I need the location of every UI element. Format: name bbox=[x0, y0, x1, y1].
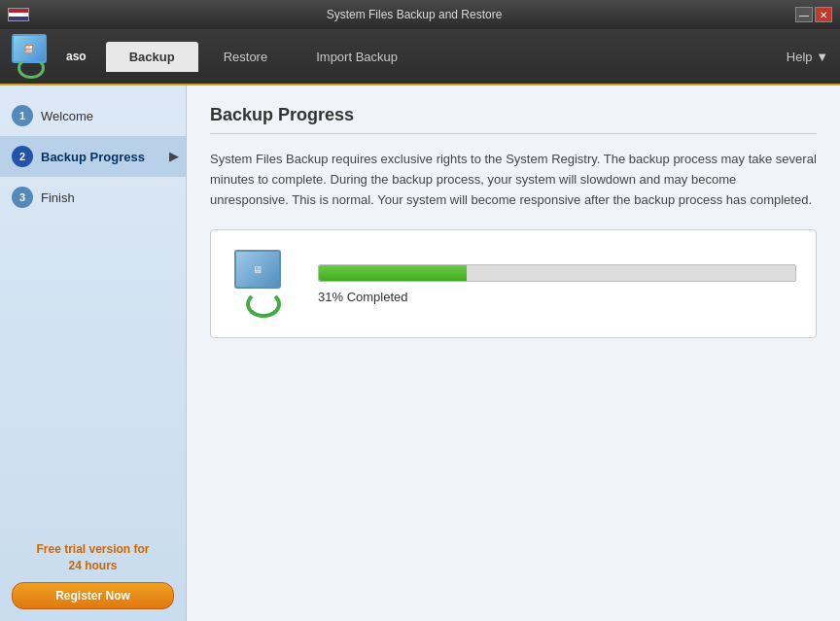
help-button[interactable]: Help ▼ bbox=[775, 46, 840, 68]
sidebar-item-finish[interactable]: 3 Finish bbox=[0, 177, 186, 218]
sidebar-number-2: 2 bbox=[12, 146, 33, 167]
backup-icon: 🖥 bbox=[230, 250, 298, 318]
sidebar-arrow-icon: ▶ bbox=[169, 150, 178, 163]
app-header: 🪟 aso Backup Restore Import Backup Help … bbox=[0, 29, 840, 86]
app-title: System Files Backup and Restore bbox=[33, 8, 795, 21]
tab-backup[interactable]: Backup bbox=[106, 42, 198, 72]
progress-bar-container bbox=[318, 264, 796, 282]
sidebar-label-welcome: Welcome bbox=[41, 109, 93, 123]
sidebar-number-1: 1 bbox=[12, 105, 33, 126]
nav-tabs: Backup Restore Import Backup bbox=[106, 42, 775, 72]
backup-icon-windows: 🖥 bbox=[253, 264, 262, 275]
progress-box: 🖥 31% Completed bbox=[210, 229, 817, 338]
username-label: aso bbox=[66, 50, 87, 63]
trial-section: Free trial version for 24 hours Register… bbox=[0, 530, 186, 621]
content-area: Backup Progress System Files Backup requ… bbox=[187, 86, 840, 621]
logo-windows-text: 🪟 bbox=[24, 45, 34, 53]
content-description: System Files Backup requires exclusive r… bbox=[210, 150, 817, 210]
sidebar-item-backup-progress[interactable]: 2 Backup Progress ▶ bbox=[0, 136, 186, 177]
app-logo: 🪟 bbox=[8, 32, 56, 81]
progress-label: 31% Completed bbox=[318, 290, 796, 304]
backup-icon-arrow bbox=[246, 291, 281, 318]
logo-arrow-icon bbox=[18, 57, 45, 79]
progress-area: 31% Completed bbox=[318, 264, 796, 304]
title-bar: System Files Backup and Restore — ✕ bbox=[0, 0, 840, 29]
logo-area: 🪟 bbox=[8, 32, 56, 81]
flag-icon bbox=[8, 8, 29, 21]
register-now-button[interactable]: Register Now bbox=[12, 582, 174, 609]
page-title: Backup Progress bbox=[210, 105, 817, 134]
sidebar-item-welcome[interactable]: 1 Welcome bbox=[0, 95, 186, 136]
minimize-button[interactable]: — bbox=[795, 7, 813, 22]
progress-bar-fill bbox=[319, 265, 467, 281]
tab-import-backup[interactable]: Import Backup bbox=[293, 42, 421, 72]
sidebar-number-3: 3 bbox=[12, 187, 33, 208]
sidebar-label-backup-progress: Backup Progress bbox=[41, 150, 145, 164]
tab-restore[interactable]: Restore bbox=[200, 42, 292, 72]
sidebar-label-finish: Finish bbox=[41, 190, 75, 205]
sidebar: 1 Welcome 2 Backup Progress ▶ 3 Finish F… bbox=[0, 86, 187, 621]
main-area: 1 Welcome 2 Backup Progress ▶ 3 Finish F… bbox=[0, 86, 840, 621]
close-button[interactable]: ✕ bbox=[815, 7, 832, 22]
window-controls: — ✕ bbox=[795, 7, 832, 22]
trial-text: Free trial version for 24 hours bbox=[12, 541, 174, 574]
